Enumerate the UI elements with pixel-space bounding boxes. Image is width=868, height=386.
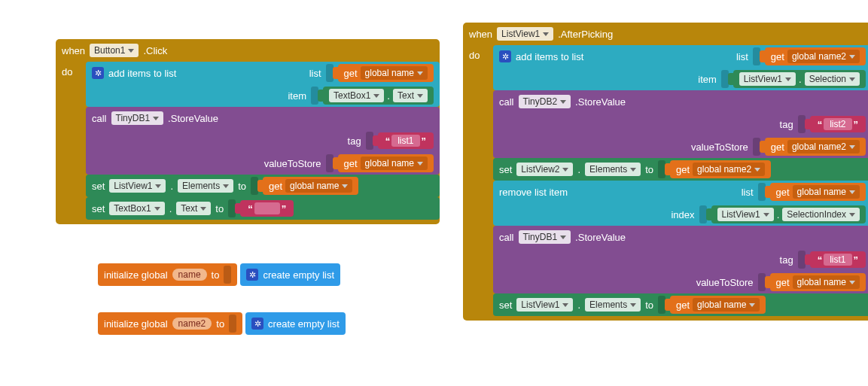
textbox-text-block[interactable]: TextBox1 . Text xyxy=(323,87,434,105)
button-dropdown[interactable]: Button1 xyxy=(90,44,139,57)
item-arg-label: item xyxy=(288,90,306,102)
gear-icon[interactable]: ✲ xyxy=(499,50,511,62)
add-items-to-list-block[interactable]: ✲ add items to list list get global name… xyxy=(86,62,440,107)
tag-label: tag xyxy=(348,135,361,147)
gear-icon[interactable]: ✲ xyxy=(92,67,104,79)
set-textbox1-text[interactable]: set TextBox1 . Text to “ ” xyxy=(86,197,440,220)
textbox-dropdown[interactable]: TextBox1 xyxy=(329,89,384,102)
gear-icon[interactable]: ✲ xyxy=(246,269,258,281)
tag-string-block[interactable]: “ list1 ” xyxy=(378,132,434,149)
call-tinydb1-storevalue[interactable]: call TinyDB1 .StoreValue tag “ list1 ” v… xyxy=(86,107,440,175)
get-global-name-3[interactable]: get global name xyxy=(263,177,358,195)
init-global-name2[interactable]: initialize global name2 to ✲ create empt… xyxy=(98,312,346,335)
get-global-name2[interactable]: get global name2 xyxy=(765,47,866,65)
event-suffix: .Click xyxy=(143,45,167,56)
get-global-name[interactable]: get global name xyxy=(338,64,434,82)
init-global-name[interactable]: initialize global name to ✲ create empty… xyxy=(98,263,340,286)
call-tinydb2-storevalue[interactable]: call TinyDB2 .StoreValue tag “list2” val… xyxy=(493,90,868,158)
add-items-to-list-block-2[interactable]: ✲ add items to list list get global name… xyxy=(493,45,868,90)
set-listview1-elements-2[interactable]: set ListView1 . Elements to getglobal na… xyxy=(493,293,868,316)
when-label: when xyxy=(62,45,85,56)
listview1-selection[interactable]: ListView1 . Selection xyxy=(733,70,866,88)
do-label: do xyxy=(62,66,72,78)
valuetostore-label: valueToStore xyxy=(264,158,321,169)
remove-list-item-block[interactable]: remove list item list getglobal name ind… xyxy=(493,181,868,226)
when-button-click-block[interactable]: when Button1 .Click do ✲ add items to li… xyxy=(56,39,440,224)
listview1-dropdown[interactable]: ListView1 xyxy=(497,27,553,41)
var-dropdown[interactable]: global name xyxy=(361,66,428,80)
listview1-selectionindex[interactable]: ListView1 . SelectionIndex xyxy=(711,205,866,223)
empty-string-block[interactable]: “ ” xyxy=(240,200,294,217)
set-listview2-elements[interactable]: set ListView2 . Elements to getglobal na… xyxy=(493,158,868,181)
list-arg-label: list xyxy=(309,68,321,79)
get-global-name-2[interactable]: get global name xyxy=(338,154,434,172)
add-items-label: add items to list xyxy=(108,68,176,79)
tinydb1-dropdown[interactable]: TinyDB1 xyxy=(111,111,164,125)
set-listview1-elements[interactable]: set ListView1 . Elements to get global n… xyxy=(86,175,440,197)
when-listview1-afterpicking-block[interactable]: when ListView1 .AfterPicking do ✲ add it… xyxy=(463,23,868,321)
gear-icon[interactable]: ✲ xyxy=(251,318,263,330)
text-prop-dropdown[interactable]: Text xyxy=(393,89,428,102)
call-tinydb1-storevalue-2[interactable]: call TinyDB1 .StoreValue tag “list1” val… xyxy=(493,226,868,293)
